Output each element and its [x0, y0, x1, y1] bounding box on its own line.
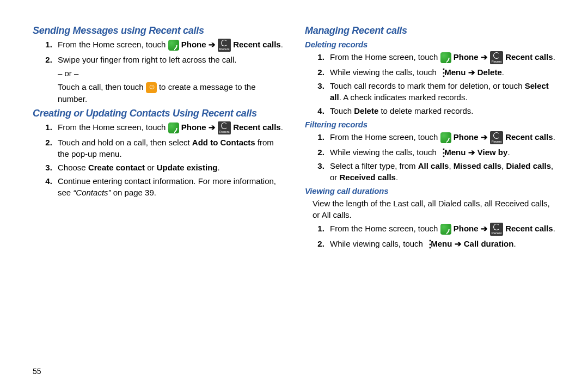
bold-text: All calls	[418, 161, 449, 170]
text: . A check indicates marked records.	[339, 93, 468, 102]
list-item: From the Home screen, touch Phone Recent…	[54, 39, 283, 52]
text: .	[553, 52, 555, 62]
bold-text: Missed calls	[454, 161, 501, 170]
intro-durations: View the length of the Last call, all Di…	[313, 198, 555, 220]
list-item: From the Home screen, touch Phone Recent…	[54, 121, 283, 134]
recent-label: Recent calls	[505, 224, 553, 233]
text: on page 39.	[111, 188, 156, 197]
recent-icon	[490, 51, 503, 64]
subheading-durations: Viewing call durations	[305, 186, 555, 195]
list-sending-messages: From the Home screen, touch Phone Recent…	[33, 39, 283, 105]
text: Choose	[58, 163, 88, 172]
text: Touch a call, then touch	[58, 82, 146, 91]
text: .	[502, 68, 504, 77]
recent-icon	[490, 131, 503, 144]
text: Touch call records to mark them for dele…	[330, 81, 525, 90]
message-icon	[146, 82, 157, 93]
list-item: Touch call records to mark them for dele…	[327, 80, 555, 103]
menu-label: Menu	[431, 239, 464, 248]
recent-label: Recent calls	[505, 132, 553, 142]
menu-label: Menu	[444, 68, 477, 77]
list-item: From the Home screen, touch Phone Recent…	[327, 223, 555, 236]
text: .	[281, 40, 283, 49]
menu-icon	[439, 149, 442, 157]
text: .	[553, 224, 555, 233]
heading-creating-contacts: Creating or Updating Contacts Using Rece…	[33, 108, 283, 119]
page-number: 55	[33, 367, 41, 376]
recent-icon	[490, 223, 503, 236]
recent-icon	[218, 39, 231, 52]
list-filtering: From the Home screen, touch Phone Recent…	[305, 131, 555, 183]
menu-icon	[425, 240, 428, 249]
text: Touch	[330, 106, 354, 115]
left-column: Sending Messages using Recent calls From…	[33, 22, 283, 253]
right-column: Managing Recent calls Deleting records F…	[305, 22, 555, 253]
text: From the Home screen, touch	[330, 224, 440, 233]
phone-icon	[440, 132, 451, 143]
text: ,	[449, 161, 453, 170]
text: While viewing calls, touch	[330, 239, 425, 248]
phone-icon	[168, 40, 179, 51]
list-item: From the Home screen, touch Phone Recent…	[327, 131, 555, 144]
bold-text: Delete	[477, 68, 502, 77]
text: While viewing the calls, touch	[330, 68, 439, 77]
text: Swipe your finger from right to left acr…	[58, 55, 236, 64]
phone-label: Phone	[181, 122, 218, 132]
menu-label: Menu	[444, 148, 477, 157]
recent-label: Recent calls	[505, 52, 553, 62]
heading-managing-recent: Managing Recent calls	[305, 25, 555, 36]
text: .	[507, 148, 510, 157]
text: .	[553, 132, 555, 142]
list-item: Touch and hold on a call, then select Ad…	[54, 137, 283, 160]
bold-text: Call duration	[464, 239, 514, 248]
list-item: Choose Create contact or Update existing…	[54, 162, 283, 173]
menu-icon	[439, 69, 442, 77]
bold-text: Create contact	[88, 163, 145, 172]
text: While viewing the calls, touch	[330, 148, 439, 157]
text: Touch and hold on a call, then select	[58, 138, 192, 147]
phone-label: Phone	[454, 132, 490, 142]
text: .	[396, 173, 398, 182]
italic-text: “Contacts”	[73, 188, 111, 197]
bold-text: Delete	[354, 106, 378, 115]
or-text: – or –	[58, 68, 283, 79]
text: Select a filter type, from	[330, 161, 418, 170]
text: .	[217, 163, 219, 172]
phone-icon	[440, 52, 451, 63]
list-durations: From the Home screen, touch Phone Recent…	[305, 223, 555, 249]
text: From the Home screen, touch	[330, 132, 440, 142]
text: ,	[501, 161, 506, 170]
list-deleting: From the Home screen, touch Phone Recent…	[305, 51, 555, 117]
recent-label: Recent calls	[233, 40, 281, 49]
list-item: While viewing the calls, touch MenuDelet…	[327, 66, 555, 78]
phone-icon	[168, 122, 179, 133]
list-item: Swipe your finger from right to left acr…	[54, 54, 283, 105]
subheading-filtering: Filtering records	[305, 120, 555, 129]
recent-label: Recent calls	[233, 122, 281, 132]
text: .	[281, 122, 283, 132]
text: or	[145, 163, 157, 172]
text: to delete marked records.	[378, 106, 473, 115]
list-item: From the Home screen, touch Phone Recent…	[327, 51, 555, 64]
bold-text: Update existing	[157, 163, 218, 172]
phone-icon	[440, 224, 451, 235]
subheading-deleting: Deleting records	[305, 40, 555, 49]
bold-text: View by	[477, 148, 508, 157]
list-item: Continue entering contact information. F…	[54, 175, 283, 198]
text: From the Home screen, touch	[58, 40, 168, 49]
phone-label: Phone	[454, 224, 490, 233]
phone-label: Phone	[454, 52, 490, 62]
text: From the Home screen, touch	[330, 52, 440, 62]
list-creating-contacts: From the Home screen, touch Phone Recent…	[33, 121, 283, 198]
list-item: Touch Delete to delete marked records.	[327, 105, 555, 117]
text: .	[513, 239, 516, 248]
bold-text: Dialed calls	[506, 161, 552, 170]
recent-icon	[218, 121, 231, 134]
heading-sending-messages: Sending Messages using Recent calls	[33, 25, 283, 36]
page-columns: Sending Messages using Recent calls From…	[33, 22, 555, 253]
list-item: Select a filter type, from All calls, Mi…	[327, 160, 555, 183]
bold-text: Received calls	[340, 173, 396, 182]
text: From the Home screen, touch	[58, 122, 168, 132]
list-item: While viewing the calls, touch MenuView …	[327, 146, 555, 158]
list-item: While viewing calls, touch MenuCall dura…	[327, 238, 555, 249]
